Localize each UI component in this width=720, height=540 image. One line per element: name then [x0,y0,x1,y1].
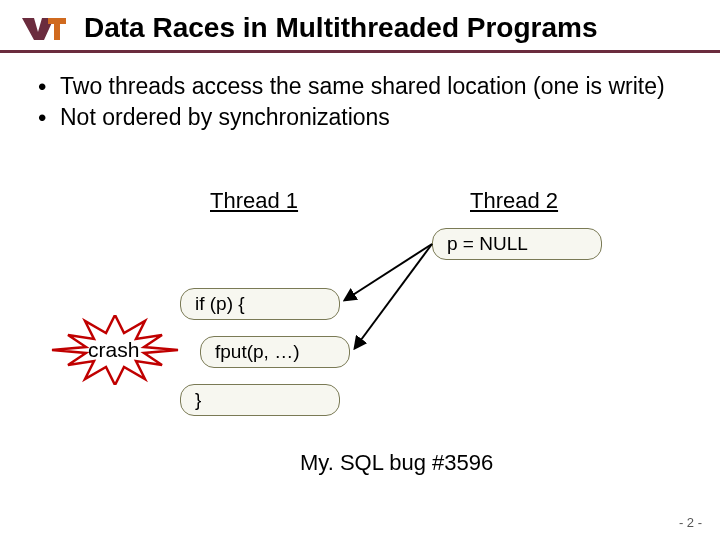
svg-line-2 [355,244,432,348]
crash-label: crash [88,338,139,362]
slide-header: Data Races in Multithreaded Programs [0,0,720,53]
thread2-label: Thread 2 [470,188,558,214]
thread1-label: Thread 1 [210,188,298,214]
code-box-if: if (p) { [180,288,340,320]
slide-title: Data Races in Multithreaded Programs [84,12,597,44]
bullet-list: Two threads access the same shared locat… [0,53,720,133]
svg-line-1 [345,244,432,300]
diagram-caption: My. SQL bug #3596 [300,450,493,476]
code-box-pnull: p = NULL [432,228,602,260]
bullet-item: Two threads access the same shared locat… [38,71,690,102]
bullet-item: Not ordered by synchronizations [38,102,690,133]
page-number: - 2 - [679,515,702,530]
code-box-close: } [180,384,340,416]
code-box-fput: fput(p, …) [200,336,350,368]
diagram-area: Thread 1 Thread 2 p = NULL if (p) { fput… [0,170,720,470]
vt-logo-icon [20,14,68,42]
